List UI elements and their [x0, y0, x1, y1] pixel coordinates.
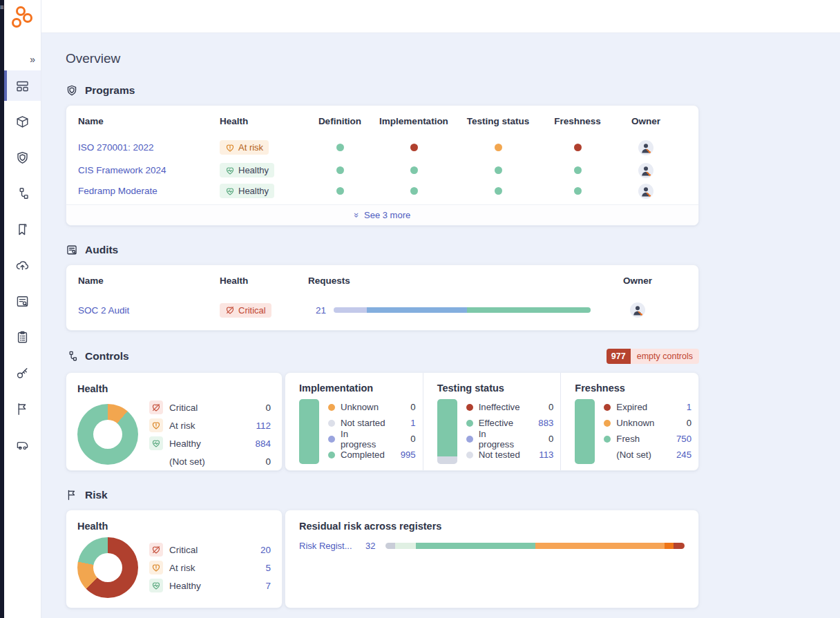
bar-segment	[334, 307, 367, 313]
workflow-icon	[66, 350, 78, 363]
controls-stats-card: Implementation Unknown0 Not started1 In …	[285, 372, 699, 471]
requests-progress-bar	[334, 307, 591, 313]
risk-register-link[interactable]: Risk Regist...	[299, 541, 352, 551]
sidebar-item-risk[interactable]	[4, 394, 41, 424]
sidebar-expand-icon[interactable]: »	[4, 54, 41, 65]
legend-dot	[604, 404, 611, 411]
risk-health-card: Health Critical 20	[66, 510, 283, 608]
panel-title: Freshness	[575, 383, 691, 394]
health-badge: Healthy	[220, 163, 274, 177]
legend-row: (Not set)245	[604, 447, 691, 462]
heart-exclaim-icon	[225, 143, 235, 153]
legend-row: Critical 0	[149, 400, 271, 415]
bar-segment	[299, 399, 319, 464]
bar-segment	[416, 543, 535, 549]
programs-section-title: Programs	[85, 84, 135, 97]
program-link[interactable]: Fedramp Moderate	[78, 186, 220, 196]
legend-row: Fresh750	[604, 432, 691, 446]
table-row: CIS Framework 2024 Healthy	[66, 159, 698, 182]
implementation-bar	[299, 399, 319, 464]
section-programs: Programs Name Health Definition Implemen…	[66, 84, 699, 226]
shield-icon	[66, 84, 78, 97]
sidebar-item-tests[interactable]	[4, 322, 41, 352]
legend-dot	[328, 452, 335, 458]
legend-row: In progress0	[466, 432, 554, 446]
col-health: Health	[220, 276, 308, 286]
audit-link[interactable]: SOC 2 Audit	[78, 305, 220, 316]
controls-section-title: Controls	[85, 350, 129, 363]
table-row: SOC 2 Audit Critical 21	[66, 296, 698, 325]
sidebar-item-policies[interactable]	[4, 214, 41, 244]
empty-controls-label: empty controls	[631, 349, 699, 364]
flag-icon	[66, 489, 78, 501]
legend-dot	[466, 420, 473, 427]
audits-card: Name Health Requests Owner SOC 2 Audit C…	[66, 264, 699, 331]
page-title: Overview	[66, 51, 840, 66]
legend-row: At risk 5	[149, 560, 271, 575]
bar-segment	[665, 543, 674, 549]
app-window: ≡ » Overview Programs	[0, 0, 840, 618]
col-definition: Definition	[318, 116, 361, 126]
audits-table-header: Name Health Requests Owner	[66, 265, 698, 296]
section-audits: Audits Name Health Requests Owner SOC 2 …	[66, 244, 699, 331]
heart-exclaim-icon	[149, 418, 163, 432]
risk-register-total[interactable]: 32	[362, 541, 376, 551]
no-dot	[604, 452, 611, 458]
health-badge: Healthy	[220, 184, 274, 198]
empty-controls-count: 977	[607, 349, 631, 364]
owner-avatar[interactable]	[638, 163, 653, 178]
legend-row: Unknown0	[328, 400, 416, 414]
status-dot	[410, 187, 418, 195]
owner-avatar[interactable]	[630, 302, 645, 318]
col-requests: Requests	[308, 276, 607, 286]
panel-title: Testing status	[437, 383, 554, 394]
legend-dot	[466, 452, 473, 458]
bar-segment	[437, 399, 457, 456]
bar-segment	[535, 543, 665, 549]
program-link[interactable]: ISO 270001: 2022	[78, 142, 220, 153]
legend-row: Healthy 7	[149, 578, 271, 593]
app-logo-icon[interactable]	[9, 6, 37, 33]
owner-avatar[interactable]	[638, 140, 653, 155]
main-area: Overview Programs Name Health Definition…	[41, 0, 840, 618]
legend-row: Healthy 884	[149, 436, 271, 451]
sidebar-item-controls[interactable]	[4, 178, 41, 209]
legend-row: Critical 20	[149, 542, 271, 557]
controls-health-card: Health Critical 0	[66, 372, 283, 471]
legend-row: In progress0	[328, 432, 416, 446]
heart-slash-icon	[149, 543, 163, 557]
bar-segment	[385, 543, 396, 549]
risk-section-title: Risk	[85, 489, 108, 501]
status-dot	[410, 166, 418, 174]
legend-row: Unknown0	[604, 416, 691, 430]
table-row: Fedramp Moderate Healthy	[66, 182, 698, 204]
col-name: Name	[78, 116, 220, 126]
sidebar-item-programs[interactable]	[4, 142, 41, 173]
status-dot	[336, 187, 344, 195]
program-link[interactable]: CIS Framework 2024	[78, 165, 220, 175]
heart-pulse-icon	[149, 436, 163, 450]
see-more-button[interactable]: » See 3 more	[66, 204, 698, 225]
requests-count[interactable]: 21	[308, 305, 326, 316]
section-risk: Risk Health Critical 20	[66, 489, 699, 608]
bar-segment	[437, 456, 457, 464]
status-dot	[574, 187, 582, 195]
status-dot	[336, 144, 344, 151]
content: Overview Programs Name Health Definition…	[41, 33, 840, 618]
col-freshness: Freshness	[554, 116, 601, 126]
sidebar-item-cloud[interactable]	[4, 250, 41, 280]
sidebar-item-audits[interactable]	[4, 286, 41, 316]
legend-row: Expired1	[604, 400, 691, 414]
owner-avatar[interactable]	[638, 184, 653, 199]
status-dot	[336, 166, 344, 174]
col-owner: Owner	[631, 116, 660, 126]
bar-segment	[395, 543, 415, 549]
col-owner: Owner	[623, 276, 652, 286]
sidebar-item-dashboard[interactable]	[4, 70, 41, 101]
health-badge: At risk	[220, 140, 269, 155]
sidebar-item-frameworks[interactable]	[4, 106, 41, 137]
sidebar-item-vendors[interactable]	[4, 429, 41, 460]
sidebar-item-access[interactable]	[4, 358, 41, 388]
heart-exclaim-icon	[149, 561, 163, 574]
empty-controls-badge[interactable]: 977 empty controls	[607, 349, 699, 364]
